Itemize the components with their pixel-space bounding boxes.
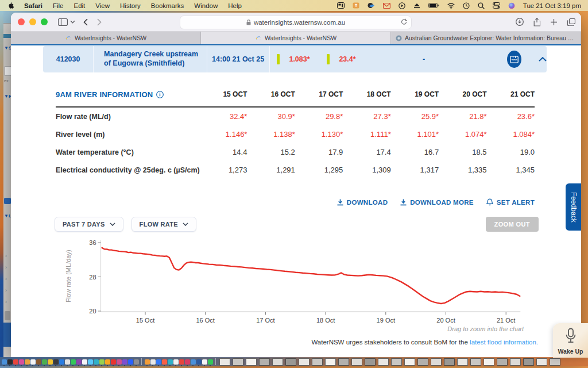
dock-app-icon[interactable]	[13, 359, 18, 365]
dock-app-icon[interactable]	[117, 359, 122, 365]
dock-window-thumbnail[interactable]	[483, 358, 494, 366]
dock-app-icon[interactable]	[128, 359, 133, 365]
flood-information-link[interactable]: latest flood information.	[470, 339, 538, 346]
dock-app-icon[interactable]	[202, 359, 207, 365]
menu-item-history[interactable]: History	[115, 2, 146, 9]
dock-app-icon[interactable]	[59, 359, 64, 365]
address-bar[interactable]: waterinsights.waternsw.com.au	[180, 16, 412, 29]
dock-window-thumbnail[interactable]	[233, 358, 243, 366]
dock-app-icon[interactable]	[191, 359, 196, 365]
dock-app-icon[interactable]	[88, 359, 93, 365]
dock-window-thumbnail[interactable]	[417, 358, 428, 366]
dock-app-icon[interactable]	[122, 359, 127, 365]
uploader-menu-icon[interactable]	[353, 2, 359, 9]
dock-window-thumbnail[interactable]	[312, 358, 323, 366]
dock-window-thumbnail[interactable]	[299, 358, 310, 366]
dock-window-thumbnail[interactable]	[285, 358, 296, 366]
mail-menu-icon[interactable]	[383, 3, 390, 9]
apple-menu-icon[interactable]	[8, 2, 14, 9]
dock-window-thumbnail[interactable]	[431, 358, 442, 366]
menu-item-bookmarks[interactable]: Bookmarks	[146, 2, 189, 9]
dock-window-thumbnail[interactable]	[470, 358, 481, 366]
dock-app-icon[interactable]	[185, 359, 190, 365]
flow-rate-chart[interactable]: 20283615 Oct16 Oct17 Oct18 Oct19 Oct20 O…	[11, 234, 562, 335]
dock-app-icon[interactable]	[208, 359, 213, 365]
dock-window-thumbnail[interactable]	[272, 358, 283, 366]
dock-app-icon[interactable]	[19, 359, 24, 365]
set-alert-link[interactable]: SET ALERT	[486, 198, 535, 206]
zoom-window-button[interactable]	[41, 18, 48, 25]
hydrometric-station-icon[interactable]	[507, 51, 521, 68]
dock-app-icon[interactable]	[36, 359, 41, 365]
dock-window-thumbnail[interactable]	[365, 358, 376, 366]
dock-window-thumbnail[interactable]	[523, 358, 534, 366]
dock-window-thumbnail[interactable]	[351, 358, 362, 366]
dock-window-thumbnail[interactable]	[457, 358, 468, 366]
tab-overview-icon[interactable]	[567, 18, 575, 26]
tab[interactable]: WaterInsights - WaterNSW	[201, 32, 391, 44]
menu-item-safari[interactable]: Safari	[19, 2, 48, 9]
tab[interactable]: WaterInsights - WaterNSW	[11, 32, 201, 44]
dock-app-icon[interactable]	[25, 359, 30, 365]
date-range-dropdown[interactable]: PAST 7 DAYS	[55, 217, 123, 232]
dock-app-icon[interactable]	[99, 359, 105, 365]
dock-app-icon[interactable]	[162, 359, 167, 365]
dock-app-icon[interactable]	[48, 359, 53, 365]
dock-window-thumbnail[interactable]	[550, 358, 560, 366]
screen-record-menu-icon[interactable]	[337, 2, 345, 9]
minimize-window-button[interactable]	[29, 18, 36, 25]
menu-item-file[interactable]: File	[48, 2, 69, 9]
dock-window-thumbnail[interactable]	[219, 358, 230, 366]
eject-menu-icon[interactable]	[413, 3, 420, 9]
reload-icon[interactable]	[401, 18, 407, 25]
dock-app-icon[interactable]	[196, 359, 202, 365]
sidebar-chevron-icon[interactable]	[70, 20, 75, 24]
menu-item-view[interactable]: View	[90, 2, 115, 9]
time-machine-menu-icon[interactable]	[463, 2, 470, 9]
dock-window-thumbnail[interactable]	[246, 358, 257, 366]
wifi-menu-icon[interactable]	[447, 3, 455, 9]
tab[interactable]: Australian Groundwater Explorer: Water I…	[391, 32, 581, 44]
dock[interactable]	[0, 357, 588, 366]
back-button[interactable]	[83, 18, 88, 26]
dock-window-thumbnail[interactable]	[444, 358, 455, 366]
paint-app-menu-icon[interactable]	[368, 2, 375, 9]
dock-app-icon[interactable]	[7, 359, 13, 365]
play-circle-menu-icon[interactable]	[399, 2, 405, 9]
station-summary-row[interactable]: 412030 Mandagery Creek upstream of Eugow…	[43, 46, 547, 72]
dock-app-icon[interactable]	[145, 359, 150, 365]
download-more-link[interactable]: DOWNLOAD MORE	[400, 199, 474, 206]
dock-window-thumbnail[interactable]	[391, 358, 402, 366]
zoom-out-button[interactable]: ZOOM OUT	[486, 217, 539, 232]
control-center-menu-icon[interactable]	[493, 2, 500, 9]
dock-app-icon[interactable]	[53, 359, 59, 365]
spotlight-menu-icon[interactable]	[478, 2, 485, 9]
dock-app-icon[interactable]	[150, 359, 156, 365]
dock-app-icon[interactable]	[2, 359, 7, 365]
dock-window-thumbnail[interactable]	[338, 358, 349, 366]
dock-app-icon[interactable]	[105, 359, 110, 365]
menu-item-edit[interactable]: Edit	[69, 2, 91, 9]
dock-app-icon[interactable]	[173, 359, 179, 365]
sidebar-toggle-icon[interactable]	[58, 18, 68, 26]
wake-up-widget[interactable]: Wake Up	[553, 323, 588, 358]
dock-window-thumbnail[interactable]	[536, 358, 547, 366]
dock-window-thumbnail[interactable]	[325, 358, 336, 366]
dock-window-thumbnail[interactable]	[497, 358, 508, 366]
menu-item-help[interactable]: Help	[223, 2, 247, 9]
dock-window-thumbnail[interactable]	[510, 358, 521, 366]
dock-app-icon[interactable]	[111, 359, 116, 365]
dock-window-thumbnail[interactable]	[404, 358, 415, 366]
dock-app-icon[interactable]	[168, 359, 173, 365]
dock-app-icon[interactable]	[156, 359, 161, 365]
menu-item-window[interactable]: Window	[189, 2, 223, 9]
forward-button[interactable]	[97, 18, 102, 26]
dock-app-icon[interactable]	[82, 359, 87, 365]
dock-app-icon[interactable]	[30, 359, 36, 365]
download-link[interactable]: DOWNLOAD	[337, 199, 388, 206]
dock-app-icon[interactable]	[134, 359, 139, 365]
share-icon[interactable]	[533, 18, 540, 26]
siri-menu-icon[interactable]	[508, 2, 515, 9]
feedback-tab[interactable]: Feedback	[566, 183, 581, 231]
close-window-button[interactable]	[18, 18, 25, 25]
